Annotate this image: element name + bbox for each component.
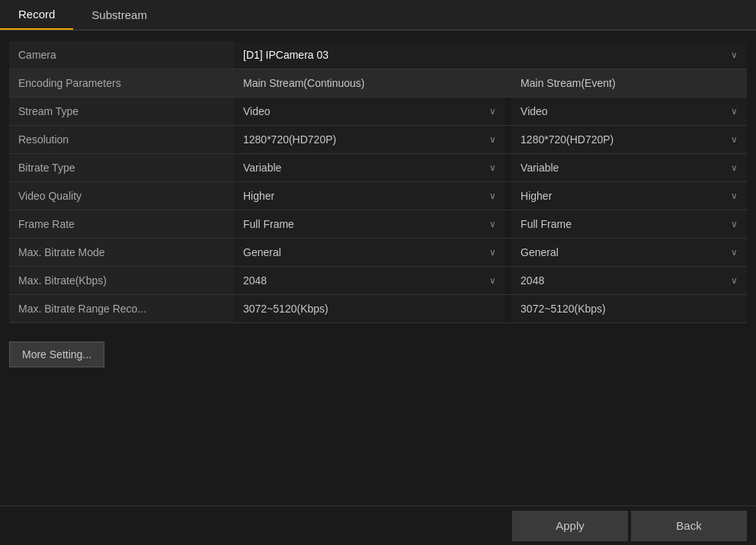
stream-type-row: Stream Type Video ∨ Video ∨ [9,98,747,126]
max-bitrate-mode-col1: General [243,246,281,258]
frame-rate-col1-cell[interactable]: Full Frame ∨ [234,210,505,239]
resolution-label: Resolution [9,126,234,154]
bottom-bar: Apply Back [0,505,756,545]
bitrate-type-row: Bitrate Type Variable ∨ Variable ∨ [9,154,747,182]
more-settings-button[interactable]: More Setting... [9,341,104,367]
video-quality-col1: Higher [243,190,274,202]
max-bitrate-mode-col2: General [521,246,559,258]
stream-type-col2-cell[interactable]: Video ∨ [511,98,747,126]
max-bitrate-range-label: Max. Bitrate Range Reco... [9,295,234,323]
back-button[interactable]: Back [631,511,747,541]
encoding-params-label: Encoding Parameters [9,69,234,98]
max-bitrate-mode-label: Max. Bitrate Mode [9,239,234,267]
tab-substream[interactable]: Substream [73,0,165,30]
tab-substream-label: Substream [91,8,147,21]
col-divider-7 [505,239,511,267]
bitrate-type-col1-cell[interactable]: Variable ∨ [234,154,505,182]
col-divider-8 [505,267,511,295]
frame-rate-row: Frame Rate Full Frame ∨ Full Frame ∨ [9,210,747,239]
col-divider-5 [505,182,511,210]
main-content: Camera [D1] IPCamera 03 ∨ Encoding Param… [0,30,756,375]
stream-type-col2: Video [521,105,548,117]
max-bitrate-mode-row: Max. Bitrate Mode General ∨ General ∨ [9,239,747,267]
max-bitrate-range-col1: 3072~5120(Kbps) [243,303,328,315]
camera-value-text: [D1] IPCamera 03 [243,49,328,61]
tab-record[interactable]: Record [0,0,73,30]
camera-label: Camera [9,41,234,69]
max-bitrate-range-col2-cell: 3072~5120(Kbps) [511,295,747,323]
more-settings-label: More Setting... [22,348,91,361]
frame-rate-col2-chevron-icon: ∨ [731,219,738,229]
col-divider-6 [505,210,511,239]
stream-type-col1-cell[interactable]: Video ∨ [234,98,505,126]
back-label: Back [676,519,701,532]
max-bitrate-mode-col1-chevron-icon: ∨ [489,247,496,258]
max-bitrate-mode-col2-cell[interactable]: General ∨ [511,239,747,267]
apply-label: Apply [556,519,585,532]
resolution-col2-chevron-icon: ∨ [731,134,738,145]
frame-rate-label: Frame Rate [9,210,234,239]
tab-bar: Record Substream [0,0,756,30]
frame-rate-col1: Full Frame [243,218,294,230]
bitrate-type-label: Bitrate Type [9,154,234,182]
resolution-col1-cell[interactable]: 1280*720(HD720P) ∨ [234,126,505,154]
frame-rate-col1-chevron-icon: ∨ [489,219,496,229]
col-divider-3 [505,126,511,154]
max-bitrate-mode-col2-chevron-icon: ∨ [731,247,738,258]
col-divider-9 [505,295,511,323]
settings-table: Camera [D1] IPCamera 03 ∨ Encoding Param… [9,41,747,323]
resolution-row: Resolution 1280*720(HD720P) ∨ 1280*720(H… [9,126,747,154]
encoding-params-row: Encoding Parameters Main Stream(Continuo… [9,69,747,98]
video-quality-col1-chevron-icon: ∨ [489,191,496,201]
video-quality-col1-cell[interactable]: Higher ∨ [234,182,505,210]
resolution-col2: 1280*720(HD720P) [521,133,613,146]
max-bitrate-range-col1-cell: 3072~5120(Kbps) [234,295,505,323]
bitrate-type-col2: Variable [521,162,559,174]
bitrate-type-col1-chevron-icon: ∨ [489,162,496,173]
camera-row: Camera [D1] IPCamera 03 ∨ [9,41,747,69]
max-bitrate-kbps-col1-chevron-icon: ∨ [489,275,496,286]
frame-rate-col2-cell[interactable]: Full Frame ∨ [511,210,747,239]
stream-type-col2-chevron-icon: ∨ [731,106,738,117]
max-bitrate-kbps-col2-cell[interactable]: 2048 ∨ [511,267,747,295]
stream-type-col1: Video [243,105,271,117]
frame-rate-col2: Full Frame [521,218,572,230]
tab-record-label: Record [18,8,55,21]
col-divider-4 [505,154,511,182]
max-bitrate-kbps-col1: 2048 [243,274,267,287]
encoding-params-col1: Main Stream(Continuous) [234,69,505,98]
max-bitrate-kbps-col2-chevron-icon: ∨ [731,275,738,286]
col-divider [505,69,511,98]
camera-chevron-icon: ∨ [731,50,738,60]
video-quality-label: Video Quality [9,182,234,210]
max-bitrate-kbps-row: Max. Bitrate(Kbps) 2048 ∨ 2048 ∨ [9,267,747,295]
encoding-params-col2: Main Stream(Event) [511,69,747,98]
bitrate-type-col1: Variable [243,162,281,174]
resolution-col1-chevron-icon: ∨ [489,134,496,145]
max-bitrate-kbps-col2: 2048 [521,274,544,287]
bitrate-type-col2-chevron-icon: ∨ [731,162,738,173]
video-quality-col2-cell[interactable]: Higher ∨ [511,182,747,210]
col-divider-2 [505,98,511,126]
video-quality-col2-chevron-icon: ∨ [731,191,738,201]
max-bitrate-range-row: Max. Bitrate Range Reco... 3072~5120(Kbp… [9,295,747,323]
video-quality-row: Video Quality Higher ∨ Higher ∨ [9,182,747,210]
video-quality-col2: Higher [521,190,552,202]
max-bitrate-mode-col1-cell[interactable]: General ∨ [234,239,505,267]
max-bitrate-range-col2: 3072~5120(Kbps) [521,303,606,315]
resolution-col2-cell[interactable]: 1280*720(HD720P) ∨ [511,126,747,154]
resolution-col1: 1280*720(HD720P) [243,133,336,146]
stream-type-col1-chevron-icon: ∨ [489,106,496,117]
apply-button[interactable]: Apply [512,511,628,541]
stream-type-label: Stream Type [9,98,234,126]
bitrate-type-col2-cell[interactable]: Variable ∨ [511,154,747,182]
camera-value-cell[interactable]: [D1] IPCamera 03 ∨ [234,41,747,69]
max-bitrate-kbps-label: Max. Bitrate(Kbps) [9,267,234,295]
max-bitrate-kbps-col1-cell[interactable]: 2048 ∨ [234,267,505,295]
